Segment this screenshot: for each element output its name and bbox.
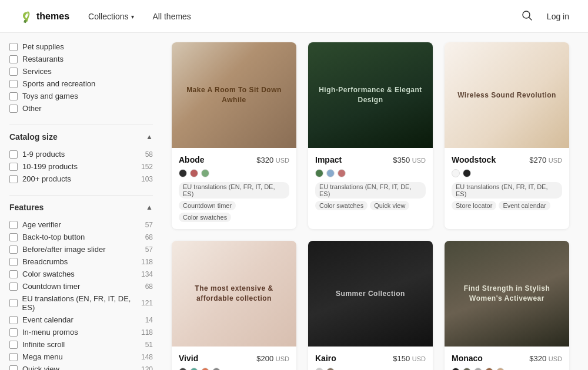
filter-checkbox[interactable]: [9, 245, 18, 254]
filter-checkbox[interactable]: [9, 92, 18, 100]
theme-colors: [452, 368, 562, 370]
filter-label: EU translations (EN, FR, IT, DE, ES): [22, 294, 141, 312]
filter-label: Quick view: [22, 365, 59, 370]
theme-price: $320 USD: [256, 156, 289, 164]
filter-section-catalog: Catalog size ▲ 1-9 products 58 10-199 pr…: [9, 125, 153, 183]
filter-checkbox[interactable]: [9, 163, 18, 171]
color-swatch[interactable]: [179, 368, 187, 370]
features-chevron-icon: ▲: [146, 203, 153, 211]
filter-checkbox[interactable]: [9, 341, 18, 349]
color-swatch[interactable]: [463, 368, 471, 370]
theme-price: $320 USD: [529, 354, 562, 363]
filter-item-left: Restaurants: [9, 55, 64, 63]
filter-checkbox[interactable]: [9, 365, 18, 371]
filter-checkbox[interactable]: [9, 270, 18, 278]
color-swatch[interactable]: [496, 368, 505, 370]
filter-checkbox[interactable]: [9, 55, 18, 63]
theme-tag: EU translations (EN, FR, IT, DE, ES): [315, 182, 426, 199]
filter-item-feature: Before/after image slider 57: [9, 245, 153, 254]
filter-checkbox[interactable]: [9, 80, 18, 88]
theme-card[interactable]: The most extensive & affordable collecti…: [172, 241, 296, 370]
filter-checkbox[interactable]: [9, 353, 18, 361]
color-swatch[interactable]: [212, 368, 220, 370]
color-swatch[interactable]: [463, 169, 471, 177]
filter-checkbox[interactable]: [9, 233, 18, 241]
filter-checkbox[interactable]: [9, 299, 18, 307]
filter-label: Pet supplies: [22, 42, 64, 51]
theme-card[interactable]: Wireless Sound Revolution Woodstock $270…: [445, 42, 569, 229]
filter-checkbox[interactable]: [9, 175, 18, 183]
logo[interactable]: themes: [19, 9, 69, 23]
filter-item-left: 10-199 products: [9, 162, 78, 171]
color-swatch[interactable]: [485, 368, 493, 370]
filter-item-left: 200+ products: [9, 174, 71, 183]
filter-item-feature: Countdown timer 68: [9, 282, 153, 291]
filter-item-category: Pet supplies: [9, 42, 153, 51]
theme-grid: Make A Room To Sit Down Awhile Abode $32…: [162, 33, 579, 370]
theme-card[interactable]: Find Strength in Stylish Women's Activew…: [445, 241, 569, 370]
filter-count: 51: [145, 341, 153, 349]
theme-header: Kairo $150 USD: [315, 354, 426, 363]
filter-checkbox[interactable]: [9, 221, 18, 229]
header-left: themes Collections ▾ All themes: [19, 9, 191, 23]
filter-checkbox[interactable]: [9, 282, 18, 291]
theme-info: Impact $350 USD EU translations (EN, FR,…: [308, 148, 433, 217]
filter-item-left: Mega menu: [9, 352, 63, 361]
sidebar: Pet supplies Restaurants Services Sports…: [9, 33, 162, 370]
filter-label: Infinite scroll: [22, 340, 65, 349]
filter-checkbox[interactable]: [9, 43, 18, 51]
filter-item-feature: Mega menu 148: [9, 352, 153, 361]
filter-label: Back-to-top button: [22, 233, 85, 241]
filter-count: 57: [145, 245, 153, 254]
filter-checkbox[interactable]: [9, 328, 18, 337]
filter-item-left: Quick view: [9, 365, 59, 370]
color-swatch[interactable]: [474, 368, 482, 370]
theme-header: Woodstock $270 USD: [452, 155, 562, 164]
filter-label: 10-199 products: [22, 162, 78, 171]
theme-colors: [179, 368, 289, 370]
login-button[interactable]: Log in: [547, 12, 569, 21]
theme-card[interactable]: Make A Room To Sit Down Awhile Abode $32…: [172, 42, 296, 229]
color-swatch[interactable]: [315, 368, 323, 370]
price-currency: USD: [412, 355, 426, 362]
filter-checkbox[interactable]: [9, 316, 18, 324]
price-currency: USD: [276, 355, 289, 362]
theme-preview: Summer Collection: [308, 241, 433, 347]
preview-text: Summer Collection: [336, 289, 405, 299]
color-swatch[interactable]: [326, 368, 335, 370]
filter-checkbox[interactable]: [9, 68, 18, 76]
catalog-size-header[interactable]: Catalog size ▲: [9, 125, 153, 144]
filter-item-left: Sports and recreation: [9, 79, 95, 88]
theme-tag: Countdown timer: [179, 201, 236, 210]
nav-collections[interactable]: Collections ▾: [88, 12, 133, 21]
color-swatch[interactable]: [201, 368, 209, 370]
filter-checkbox[interactable]: [9, 258, 18, 266]
filter-checkbox[interactable]: [9, 105, 18, 113]
price-currency: USD: [412, 157, 426, 164]
nav-all-themes[interactable]: All themes: [153, 12, 191, 21]
filter-label: Toys and games: [22, 92, 78, 100]
color-swatch[interactable]: [190, 368, 198, 370]
features-header[interactable]: Features ▲: [9, 195, 153, 214]
theme-card[interactable]: Summer Collection Kairo $150 USD EU tran…: [308, 241, 433, 370]
theme-header: Impact $350 USD: [315, 155, 426, 164]
price-currency: USD: [549, 157, 562, 164]
color-swatch[interactable]: [326, 169, 335, 177]
filter-checkbox[interactable]: [9, 150, 18, 159]
theme-card[interactable]: High-Performance & Elegant Design Impact…: [308, 42, 433, 229]
color-swatch[interactable]: [179, 169, 187, 177]
search-button[interactable]: [519, 7, 535, 25]
color-swatch[interactable]: [452, 368, 460, 370]
theme-colors: [315, 169, 426, 177]
theme-colors: [179, 169, 289, 177]
filter-item-feature: Breadcrumbs 118: [9, 257, 153, 266]
color-swatch[interactable]: [315, 169, 323, 177]
color-swatch[interactable]: [201, 169, 209, 177]
filter-count: 103: [141, 175, 153, 183]
color-swatch[interactable]: [338, 169, 346, 177]
color-swatch[interactable]: [452, 169, 460, 177]
preview-text: Make A Room To Sit Down Awhile: [181, 85, 287, 105]
filter-item-left: Other: [9, 104, 42, 113]
theme-tag: Store locator: [452, 201, 496, 210]
color-swatch[interactable]: [190, 169, 198, 177]
